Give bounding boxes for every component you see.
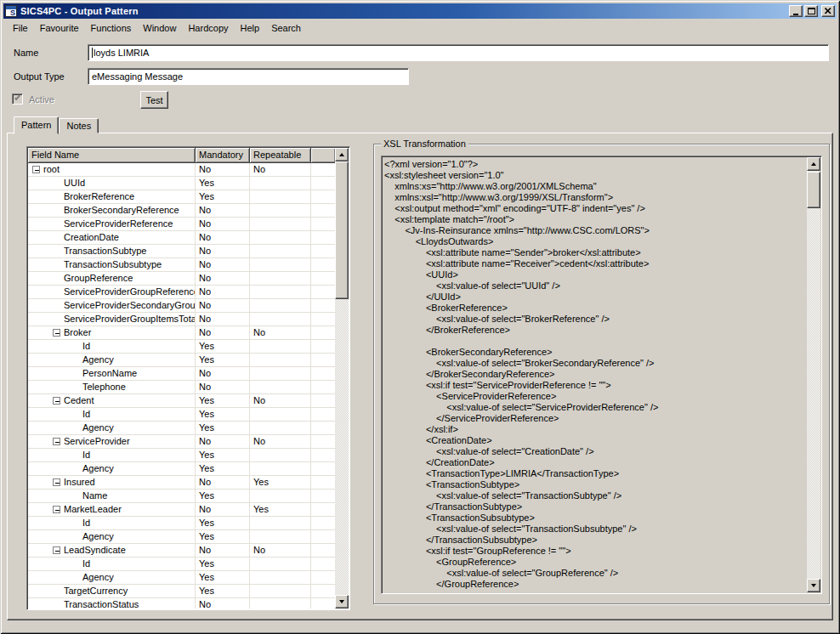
blank-cell	[311, 231, 335, 245]
blank-cell	[311, 530, 335, 544]
xsl-code-line: <TransactionSubsubtype>	[384, 512, 804, 524]
collapse-node-icon[interactable]	[53, 397, 60, 405]
repeatable-cell	[250, 571, 311, 585]
tab-notes[interactable]: Notes	[59, 118, 99, 133]
xsl-code-line: </BrokerSecondaryReference>	[384, 369, 804, 380]
table-row[interactable]: MarketLeaderNoYes	[28, 503, 335, 517]
table-row[interactable]: CreationDateNo	[28, 231, 335, 245]
table-row[interactable]: UUIdYes	[28, 177, 335, 190]
field-name-text: ServiceProviderSecondaryGroupI	[64, 300, 196, 311]
collapse-node-icon[interactable]	[32, 166, 40, 173]
repeatable-cell	[250, 354, 311, 367]
table-row[interactable]: CedentYesNo	[28, 394, 335, 408]
table-row[interactable]: NameYes	[28, 490, 335, 503]
blank-cell	[311, 313, 335, 326]
field-name-cell: TransactionStatus	[28, 598, 196, 609]
test-button[interactable]: Test	[140, 91, 168, 109]
table-row[interactable]: ServiceProviderGroupReferenceNo	[28, 286, 335, 299]
menu-hardcopy[interactable]: Hardcopy	[182, 21, 234, 35]
collapse-node-icon[interactable]	[53, 478, 60, 486]
minimize-button[interactable]	[789, 5, 803, 17]
menu-help[interactable]: Help	[235, 21, 266, 35]
xsl-transformation-editor[interactable]: <?xml version="1.0"?><xsl:stylesheet ver…	[381, 156, 822, 594]
table-row[interactable]: IdYes	[28, 449, 335, 462]
repeatable-cell	[250, 204, 311, 218]
tab-pattern[interactable]: Pattern	[14, 116, 59, 134]
title-bar[interactable]: S SICS4PC - Output Pattern	[3, 3, 837, 19]
table-row[interactable]: GroupReferenceNo	[28, 272, 335, 286]
table-row[interactable]: AgencyYes	[28, 571, 335, 585]
table-row[interactable]: IdYes	[28, 340, 335, 354]
tab-strip: PatternNotes	[14, 116, 99, 133]
table-row[interactable]: TransactionStatusNo	[28, 598, 335, 609]
mandatory-cell: Yes	[196, 585, 250, 598]
column-header-blank[interactable]	[311, 148, 335, 163]
table-row[interactable]: ServiceProviderNoNo	[28, 435, 335, 449]
table-row[interactable]: IdYes	[28, 558, 335, 571]
table-row[interactable]: TargetCurrencyYes	[28, 585, 335, 598]
field-name-cell: TransactionSubsubtype	[28, 258, 196, 272]
blank-cell	[311, 408, 335, 422]
table-row[interactable]: AgencyYes	[28, 422, 335, 435]
menu-favourite[interactable]: Favourite	[34, 21, 85, 35]
menu-search[interactable]: Search	[265, 21, 307, 35]
output-type-input[interactable]: eMessaging Message	[88, 68, 409, 85]
table-row[interactable]: IdYes	[28, 408, 335, 422]
table-row[interactable]: IdYes	[28, 517, 335, 530]
xsl-scrollbar-track[interactable]	[807, 171, 820, 579]
name-input[interactable]: loyds LIMRIA	[88, 44, 829, 61]
table-row[interactable]: PersonNameNo	[28, 367, 335, 381]
xsl-scroll-down-button[interactable]	[807, 579, 820, 592]
blank-cell	[311, 476, 335, 490]
field-name-text: ServiceProviderGroupItemsTotal	[64, 314, 196, 325]
column-header-field-name[interactable]: Field Name	[28, 148, 196, 163]
field-name-text: TransactionSubsubtype	[64, 259, 162, 270]
table-row[interactable]: BrokerReferenceYes	[28, 190, 335, 204]
table-scroll-down-button[interactable]	[335, 595, 349, 609]
field-name-text: root	[43, 164, 60, 175]
repeatable-cell: No	[250, 394, 311, 408]
table-row[interactable]: InsuredNoYes	[28, 476, 335, 490]
maximize-button[interactable]	[804, 5, 818, 17]
table-scroll-up-button[interactable]	[335, 148, 349, 161]
xsl-code-line: <xsl:if test="ServiceProviderReference !…	[384, 380, 804, 391]
repeatable-cell	[250, 517, 311, 530]
scroll-up-icon	[339, 153, 344, 156]
table-row[interactable]: LeadSyndicateNoNo	[28, 544, 335, 558]
xsl-code-line: <LloydsOutwards>	[384, 236, 804, 247]
menu-bar: FileFavouriteFunctionsWindowHardcopyHelp…	[3, 20, 837, 37]
table-row[interactable]: AgencyYes	[28, 354, 335, 367]
active-checkbox[interactable]	[12, 93, 23, 105]
scroll-up-icon	[811, 162, 816, 166]
field-name-cell: Agency	[28, 571, 196, 585]
table-row[interactable]: AgencyYes	[28, 530, 335, 544]
table-row[interactable]: TransactionSubsubtypeNo	[28, 258, 335, 272]
column-header-repeatable[interactable]: Repeatable	[250, 148, 311, 163]
table-scrollbar-thumb[interactable]	[335, 161, 349, 299]
table-row[interactable]: ServiceProviderSecondaryGroupINo	[28, 299, 335, 313]
collapse-node-icon[interactable]	[53, 329, 60, 337]
table-row[interactable]: TransactionSubtypeNo	[28, 245, 335, 258]
table-row[interactable]: BrokerNoNo	[28, 326, 335, 340]
xsl-scroll-up-button[interactable]	[807, 157, 820, 171]
xsl-code-line: <UUId>	[384, 269, 804, 280]
menu-functions[interactable]: Functions	[85, 21, 138, 35]
field-name-text: Id	[82, 558, 90, 569]
collapse-node-icon[interactable]	[53, 438, 60, 445]
table-row[interactable]: TelephoneNo	[28, 381, 335, 394]
field-name-text: Agency	[82, 422, 114, 433]
mandatory-cell: No	[196, 299, 250, 313]
table-row[interactable]: ServiceProviderGroupItemsTotalNo	[28, 313, 335, 326]
menu-window[interactable]: Window	[137, 21, 182, 35]
xsl-scrollbar-thumb[interactable]	[807, 172, 820, 208]
table-row[interactable]: ServiceProviderReferenceNo	[28, 218, 335, 231]
collapse-node-icon[interactable]	[53, 506, 60, 513]
close-button[interactable]	[821, 5, 835, 17]
menu-file[interactable]: File	[7, 21, 34, 35]
table-row[interactable]: AgencyYes	[28, 462, 335, 476]
table-row[interactable]: rootNoNo	[28, 163, 335, 177]
table-row[interactable]: BrokerSecondaryReferenceNo	[28, 204, 335, 218]
column-header-mandatory[interactable]: Mandatory	[196, 148, 250, 163]
collapse-node-icon[interactable]	[53, 546, 60, 554]
field-name-cell: Agency	[28, 422, 196, 435]
